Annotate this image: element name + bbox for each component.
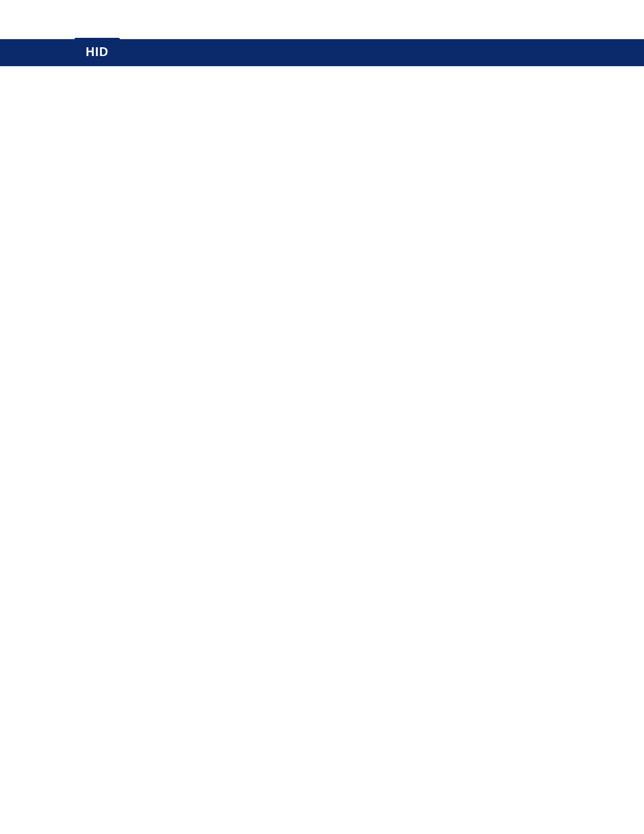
hid-logo: HID [74, 38, 120, 66]
document-header-bar: HID [0, 39, 644, 66]
hid-logo-text: HID [86, 45, 109, 59]
